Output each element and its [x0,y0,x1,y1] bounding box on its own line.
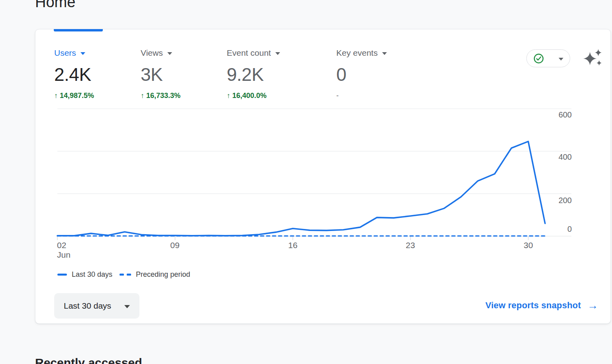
dashed-line-swatch-icon [120,274,131,276]
y-axis-tick-label: 0 [552,225,572,233]
metric-delta: - [336,91,387,100]
metric-event-count: Event count 9.2K ↑ 16,400.0% [227,47,280,100]
date-range-button[interactable]: Last 30 days [54,293,139,319]
data-quality-button[interactable] [526,49,570,67]
metric-key-events: Key events 0 - [336,47,387,100]
chevron-down-icon [559,58,563,61]
up-arrow-icon: ↑ [54,91,58,100]
metric-delta: ↑ 14,987.5% [54,91,94,100]
metric-users: Users 2.4K ↑ 14,987.5% [54,47,94,100]
metric-value: 9.2K [227,63,280,86]
legend-label: Last 30 days [72,270,112,279]
solid-line-swatch-icon [57,274,67,276]
right-arrow-icon: → [587,301,598,310]
up-arrow-icon: ↑ [141,91,144,100]
recently-accessed-heading: Recently accessed [35,356,142,364]
date-range-label: Last 30 days [64,301,111,311]
metric-label: Views [141,47,163,59]
legend-label: Preceding period [136,270,190,279]
legend-item-preceding-period: Preceding period [120,270,190,279]
metric-value: 3K [141,63,180,86]
x-axis-month-label: Jun [57,250,71,260]
chevron-down-icon [124,305,130,308]
metric-delta-value: 16,733.3% [146,91,180,100]
home-overview-card: Users 2.4K ↑ 14,987.5% Views 3K ↑ 16,733… [35,29,611,324]
metric-label: Event count [227,47,271,59]
series-solid-line [57,141,545,236]
chart-svg [57,109,545,236]
metric-delta: ↑ 16,733.3% [141,91,180,100]
metric-delta: ↑ 16,400.0% [227,91,280,100]
chart-legend: Last 30 days Preceding period [57,269,190,280]
metric-views: Views 3K ↑ 16,733.3% [141,47,180,100]
metric-users-selector[interactable]: Users [54,47,94,59]
chevron-down-icon [275,52,280,55]
insights-sparkles-icon[interactable] [583,48,603,68]
x-axis-tick-label: 02 [57,241,66,250]
chevron-down-icon [167,52,172,55]
metric-value: 2.4K [54,63,94,86]
x-axis-tick-label: 16 [288,241,297,250]
view-reports-snapshot-link[interactable]: View reports snapshot → [485,300,598,311]
chevron-down-icon [382,52,387,55]
metric-views-selector[interactable]: Views [141,47,180,59]
x-axis-tick-label: 30 [524,241,533,250]
y-axis-tick-label: 400 [552,153,572,161]
x-axis-tick-label: 23 [406,241,415,250]
y-axis-tick-label: 600 [552,110,572,119]
metric-value: 0 [336,63,387,86]
metric-delta-value: - [336,91,339,100]
metric-event-count-selector[interactable]: Event count [227,47,280,59]
page-title: Home [35,0,75,11]
metric-delta-value: 16,400.0% [232,91,267,100]
metric-label: Key events [336,47,378,59]
chevron-down-icon [80,52,85,55]
legend-item-last-30-days: Last 30 days [57,270,112,279]
x-axis-tick-label: 09 [170,241,179,250]
metric-key-events-selector[interactable]: Key events [336,47,387,59]
check-circle-icon [533,53,544,64]
metric-label: Users [54,47,76,59]
card-tab-indicator [54,29,103,31]
y-axis-tick-label: 200 [552,196,572,205]
link-label: View reports snapshot [485,300,581,311]
metric-delta-value: 14,987.5% [60,91,94,100]
up-arrow-icon: ↑ [227,91,230,100]
